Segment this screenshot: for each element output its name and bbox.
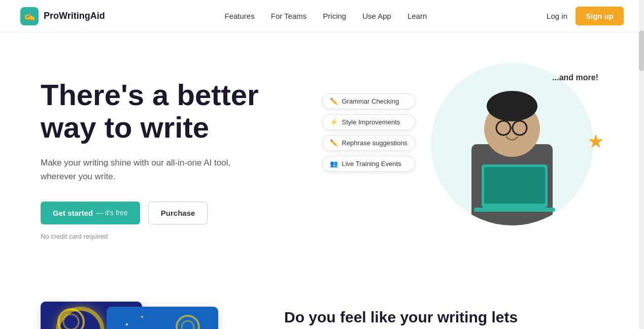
logo-icon: ✍ — [20, 7, 39, 25]
hero-subtitle: Make your writing shine with our all-in-… — [41, 156, 244, 183]
writing-card: My idea in my head — [107, 307, 218, 329]
svg-rect-8 — [474, 208, 555, 212]
logo-link[interactable]: ✍ ProWritingAid — [20, 7, 105, 25]
nav-actions: Log in Sign up — [547, 7, 624, 25]
svg-point-2 — [487, 91, 537, 121]
nav-features[interactable]: Features — [225, 12, 255, 20]
style-icon: ⚡ — [330, 118, 338, 126]
hero-cta: Get started — it's free Purchase — [41, 202, 322, 224]
section-writing-down: My idea in my head Do you feel like your… — [0, 276, 644, 329]
hero-illustration: ✏️ Grammar Checking ⚡ Style Improvements… — [322, 63, 604, 256]
hero-title: There's a better way to write — [41, 79, 322, 144]
free-label: — it's free — [96, 209, 128, 217]
grammar-label: Grammar Checking — [342, 97, 399, 105]
section2-right: Do you feel like your writing lets you d… — [284, 307, 538, 329]
hero-section: There's a better way to write Make your … — [0, 32, 644, 276]
nav-pricing[interactable]: Pricing — [323, 12, 346, 20]
training-icon: 👥 — [330, 160, 338, 168]
no-credit-card-note: No credit card required — [41, 233, 322, 240]
nav-learn[interactable]: Learn — [408, 12, 427, 20]
get-started-button[interactable]: Get started — it's free — [41, 202, 140, 224]
hero-content: There's a better way to write Make your … — [41, 79, 322, 240]
writing-card-svg — [107, 307, 218, 329]
nav-use-app[interactable]: Use App — [362, 12, 391, 20]
get-started-label: Get started — [53, 209, 93, 217]
scrollbar[interactable] — [639, 0, 644, 329]
pill-grammar: ✏️ Grammar Checking — [322, 93, 415, 109]
and-more-text: ...and more! — [552, 73, 598, 82]
feature-pills: ✏️ Grammar Checking ⚡ Style Improvements… — [322, 93, 415, 172]
style-label: Style Improvements — [342, 118, 400, 126]
nav-for-teams[interactable]: For Teams — [271, 12, 307, 20]
pill-training: 👥 Live Training Events — [322, 156, 415, 172]
svg-point-19 — [126, 323, 128, 325]
pill-rephrase: ✏️ Rephrase suggestions — [322, 135, 415, 151]
signup-button[interactable]: Sign up — [575, 7, 624, 25]
svg-rect-16 — [107, 307, 218, 329]
svg-point-20 — [141, 316, 143, 318]
section2-title: Do you feel like your writing lets you d… — [284, 307, 538, 329]
svg-rect-7 — [484, 167, 545, 204]
section2-left: My idea in my head — [41, 297, 244, 329]
scrollbar-thumb[interactable] — [639, 30, 644, 71]
rephrase-label: Rephrase suggestions — [342, 139, 408, 147]
section2-images: My idea in my head — [41, 297, 223, 329]
svg-point-11 — [63, 314, 79, 329]
nav-links: Features For Teams Pricing Use App Learn — [225, 12, 427, 21]
login-button[interactable]: Log in — [547, 12, 567, 20]
rephrase-icon: ✏️ — [330, 139, 338, 147]
purchase-button[interactable]: Purchase — [148, 202, 208, 224]
person-circle-bg — [431, 63, 593, 225]
pill-style: ⚡ Style Improvements — [322, 114, 415, 130]
person-svg — [431, 63, 593, 225]
brand-name: ProWritingAid — [44, 11, 105, 21]
training-label: Live Training Events — [342, 160, 401, 168]
navigation: ✍ ProWritingAid Features For Teams Prici… — [0, 0, 644, 32]
grammar-icon: ✏️ — [330, 97, 338, 105]
svg-point-10 — [58, 309, 84, 329]
